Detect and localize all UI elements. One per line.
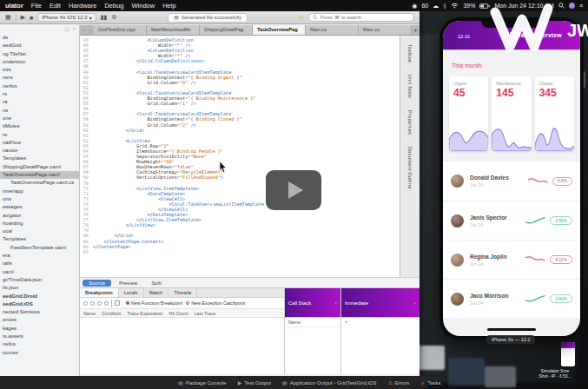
sidebar-item[interactable]: ondersion xyxy=(0,58,79,66)
editor-tab[interactable]: MainMenuViewMo xyxy=(147,25,200,35)
person-row[interactable]: Jaco MorrisonJun 243.83% xyxy=(443,279,580,318)
view-tab[interactable]: Preview xyxy=(113,280,143,287)
sidebar-item[interactable]: Templates xyxy=(0,155,79,162)
bp-toggle-icon[interactable] xyxy=(83,301,88,306)
sidebar-item[interactable]: ners xyxy=(0,74,79,82)
sidebar-item[interactable]: nerfos xyxy=(0,82,79,90)
view-tab[interactable]: Source xyxy=(83,280,111,287)
bottom-bar-item[interactable]: ✓Tasks xyxy=(420,379,440,386)
sidebar-item[interactable]: ts.assets xyxy=(0,333,79,340)
sidebar-item[interactable]: ources xyxy=(0,349,79,357)
editor-tab[interactable]: Main.cs xyxy=(359,25,412,35)
bp-toggle-icon[interactable] xyxy=(97,301,102,306)
sidebar-item[interactable]: ences xyxy=(0,316,79,324)
app-menu-label[interactable]: ulator xyxy=(5,2,23,10)
search-input[interactable] xyxy=(320,15,410,20)
column-header[interactable]: Condition xyxy=(102,311,121,316)
device-selector[interactable]: iPhone Xs iOS 12.2▾ xyxy=(37,13,96,22)
sidebar-item[interactable]: re xyxy=(0,131,79,139)
layout-icon[interactable]: ▦ xyxy=(5,14,11,21)
bp-checkbox-icon[interactable] xyxy=(115,300,120,306)
sidebar-item[interactable]: ra xyxy=(0,98,79,106)
sidebar-item[interactable]: era xyxy=(0,252,79,260)
cloud-icon[interactable]: ☁ xyxy=(433,3,439,9)
sidebar-item[interactable]: ng TileNet xyxy=(0,50,79,58)
menu-clock[interactable]: Mon Jun 24 12:10 PM xyxy=(494,3,554,9)
screenshot-file-label[interactable]: Simulator Scre Shot - iP - 3.53... xyxy=(528,368,582,379)
bottom-bar-item[interactable]: ⚠Errors xyxy=(387,379,409,386)
stat-card[interactable]: Urgent45 xyxy=(449,76,488,151)
search-icon[interactable] xyxy=(558,3,565,9)
menu-item[interactable]: Hardware xyxy=(69,2,97,10)
sidebar-item[interactable]: ds xyxy=(0,34,79,42)
debug-tab[interactable]: Locals xyxy=(119,288,144,297)
sidebar-item[interactable]: ttMotes xyxy=(0,122,79,130)
menu-item[interactable]: Window xyxy=(132,2,155,10)
column-header[interactable]: Hit Count xyxy=(169,311,188,316)
bottom-bar-item[interactable]: ▤Package Console xyxy=(178,379,227,386)
sidebar-item[interactable]: Templates xyxy=(0,235,79,243)
sidebar-item[interactable]: ocal xyxy=(0,227,79,235)
sidebar-item[interactable]: eedGrid.iOS xyxy=(0,300,79,308)
person-row[interactable]: Regina JoplinJun 244.12% xyxy=(443,240,580,279)
sidebar-item[interactable]: FeedItemTemplate.xaml xyxy=(0,244,79,252)
sidebar-item[interactable]: kages xyxy=(0,325,79,333)
sidebar-item[interactable]: TaskOverviewPage.xaml xyxy=(0,171,79,179)
sidebar-item[interactable]: nner/app xyxy=(0,188,79,195)
breakpoint-action-button[interactable]: New Exception Catchpoint xyxy=(186,300,245,306)
search-box[interactable] xyxy=(308,13,414,22)
sidebar-item[interactable]: hoarding xyxy=(0,220,79,227)
immediate-body[interactable]: » xyxy=(341,318,420,325)
video-play-button[interactable] xyxy=(266,170,321,210)
pause-button[interactable]: ▮▮ xyxy=(101,14,108,21)
breakpoint-action-button[interactable]: New Function Breakpoint xyxy=(126,300,182,306)
tab-next-icon[interactable]: › xyxy=(87,25,94,35)
sidebar-item[interactable]: orts xyxy=(0,195,79,203)
editor-tab[interactable]: GridTestGrid.cspr xyxy=(94,25,147,35)
tab-overflow-icon[interactable]: ▾ xyxy=(412,25,420,35)
column-header[interactable]: Last Trace xyxy=(195,311,216,316)
tab-prev-icon[interactable]: ‹ xyxy=(80,25,87,35)
editor-tab[interactable]: TaskOverviewPag xyxy=(253,25,306,35)
run-button[interactable]: ▶ xyxy=(21,14,25,21)
sidebar-item[interactable]: ns xyxy=(0,107,79,115)
sidebar-item[interactable]: navice xyxy=(0,147,79,155)
side-tab[interactable]: Document Outline xyxy=(407,147,413,189)
debug-tab[interactable]: Threads xyxy=(168,288,197,297)
editor-tab[interactable]: Main.cs xyxy=(306,25,359,35)
editor-tab[interactable]: ShippingDetailPag xyxy=(200,25,253,35)
side-tab[interactable]: Unit Tests xyxy=(407,75,413,98)
column-header[interactable]: Name xyxy=(83,311,96,316)
sidebar-item[interactable]: eedGrid xyxy=(0,42,79,49)
debug-tab[interactable]: Watch xyxy=(144,288,168,297)
close-icon[interactable]: × xyxy=(73,26,76,33)
callstack-body[interactable] xyxy=(285,327,340,374)
menu-item[interactable]: Help xyxy=(162,2,175,10)
siri-icon[interactable] xyxy=(569,3,575,9)
sidebar-item[interactable]: gr/TimeData.json xyxy=(0,276,79,284)
bp-toggle-icon[interactable] xyxy=(104,301,109,306)
sidebar-item[interactable]: tails xyxy=(0,260,79,267)
side-tab[interactable]: Properties xyxy=(407,110,413,135)
column-header[interactable]: Name xyxy=(285,318,340,327)
panel-menu-icon[interactable]: ▾ xyxy=(413,300,416,306)
breakpoints-body[interactable] xyxy=(80,318,284,374)
battery-icon[interactable] xyxy=(479,3,490,9)
sidebar-item[interactable]: irds xyxy=(0,66,79,74)
code-editor[interactable]: 43 <ColumnDefinition44 Width="*" />45 <C… xyxy=(80,36,400,277)
view-tab[interactable]: Split xyxy=(145,280,168,287)
control-center-icon[interactable]: ≡ xyxy=(579,3,583,9)
menu-item[interactable]: Debug xyxy=(104,2,123,10)
home-indicator[interactable] xyxy=(487,328,536,332)
sidebar-item[interactable]: rs xyxy=(0,90,79,98)
warning-icon[interactable]: ⚠ xyxy=(299,14,304,21)
menu-item[interactable]: Edit xyxy=(50,2,61,10)
sidebar-item[interactable]: ils.json xyxy=(0,284,79,292)
hamburger-menu-icon[interactable] xyxy=(510,32,518,37)
sidebar-item[interactable]: essages xyxy=(0,203,79,211)
panel-menu-icon[interactable]: ▾ xyxy=(334,300,337,306)
bottom-bar-item[interactable]: ▤Application Output - GridTestGrid.iOS xyxy=(282,379,376,386)
sidebar-item[interactable]: nected Services xyxy=(0,308,79,316)
bp-toggle-icon[interactable] xyxy=(90,301,95,306)
sidebar-item[interactable]: natFlow xyxy=(0,139,79,147)
